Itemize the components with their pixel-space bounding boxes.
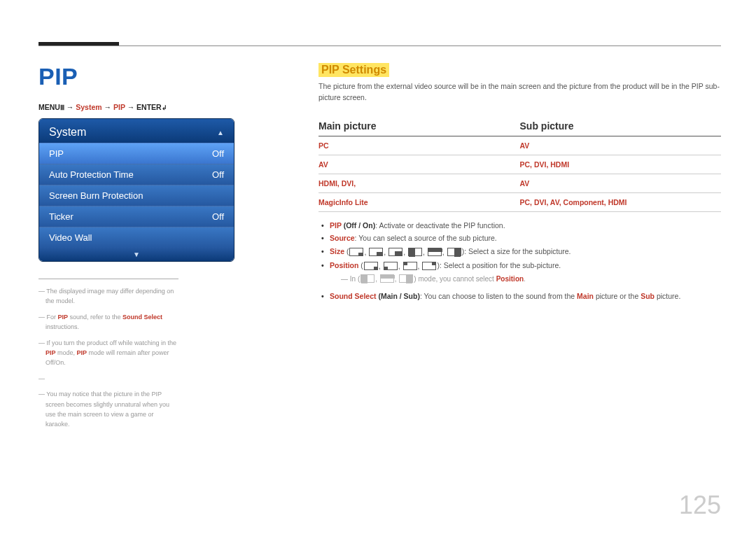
footnotes: ― The displayed image may differ dependi… bbox=[38, 279, 178, 430]
page-top-rule bbox=[38, 45, 721, 46]
table-header-sub: Sub picture bbox=[520, 116, 722, 136]
arrow-icon: → bbox=[66, 103, 74, 111]
bullet-source: Source: You can select a source of the s… bbox=[318, 232, 721, 245]
osd-title: System bbox=[49, 126, 86, 139]
table-row: MagicInfo LitePC, DVI, AV, Component, HD… bbox=[318, 192, 721, 211]
arrow-icon: → bbox=[104, 103, 112, 111]
breadcrumb-menu: MENU bbox=[38, 103, 60, 111]
breadcrumb-enter: ENTER bbox=[136, 103, 162, 111]
chevron-up-icon: ▲ bbox=[217, 129, 224, 136]
osd-label: Ticker bbox=[49, 211, 74, 222]
osd-label: Auto Protection Time bbox=[49, 169, 134, 180]
osd-value: Off bbox=[212, 148, 224, 159]
osd-label: Screen Burn Protection bbox=[49, 190, 143, 201]
footnote-3: ― If you turn the product off while watc… bbox=[38, 338, 178, 368]
table-row: HDMI, DVI,AV bbox=[318, 174, 721, 192]
chevron-down-icon: ▼ bbox=[133, 251, 140, 258]
breadcrumb-pip: PIP bbox=[113, 103, 125, 111]
position-note: ― In (, , ) mode, you cannot select Posi… bbox=[318, 274, 721, 283]
position-icons: , , , bbox=[363, 260, 438, 273]
enter-icon: ↲ bbox=[162, 104, 167, 111]
osd-menu: System ▲ PIP Off Auto Protection Time Of… bbox=[38, 118, 234, 262]
osd-value: Off bbox=[212, 169, 224, 180]
section-heading: PIP Settings bbox=[318, 63, 389, 77]
table-row: PCAV bbox=[318, 136, 721, 155]
bullet-position: Position ( , , , ): Select a position fo… bbox=[318, 259, 721, 273]
table-row: AVPC, DVI, HDMI bbox=[318, 155, 721, 174]
osd-row-pip[interactable]: PIP Off bbox=[39, 143, 234, 164]
menu-icon: Ⅲ bbox=[60, 104, 64, 111]
page-title: PIP bbox=[38, 63, 290, 90]
bullet-sound-select: Sound Select (Main / Sub): You can choos… bbox=[318, 290, 721, 303]
footnote-2: ― For PIP sound, refer to the Sound Sele… bbox=[38, 312, 178, 332]
page-number: 125 bbox=[679, 491, 721, 520]
osd-value: Off bbox=[212, 211, 224, 222]
source-table: Main picture Sub picture PCAV AVPC, DVI,… bbox=[318, 116, 721, 212]
bullet-pip: PIP (Off / On): Activate or deactivate t… bbox=[318, 219, 721, 232]
osd-footer: ▼ bbox=[39, 248, 234, 261]
breadcrumb: MENUⅢ → System → PIP → ENTER↲ bbox=[38, 103, 290, 111]
footnote-1: ― The displayed image may differ dependi… bbox=[38, 286, 178, 307]
intro-text: The picture from the external video sour… bbox=[318, 81, 721, 104]
osd-row-ticker[interactable]: Ticker Off bbox=[39, 206, 234, 227]
bullet-list: PIP (Off / On): Activate or deactivate t… bbox=[318, 219, 721, 273]
bullet-list-2: Sound Select (Main / Sub): You can choos… bbox=[318, 290, 721, 303]
osd-row-auto-protection[interactable]: Auto Protection Time Off bbox=[39, 164, 234, 185]
footnote-5: ― You may notice that the picture in the… bbox=[38, 389, 178, 430]
size-icons: , , , , , bbox=[349, 246, 461, 259]
arrow-icon: → bbox=[127, 103, 135, 111]
bullet-size: Size ( , , , , , ): Select a size for th… bbox=[318, 245, 721, 259]
osd-label: PIP bbox=[49, 148, 64, 159]
footnote-4: ― bbox=[38, 374, 178, 384]
page-top-rule-bold bbox=[38, 42, 119, 45]
osd-row-screen-burn[interactable]: Screen Burn Protection bbox=[39, 185, 234, 206]
osd-row-video-wall[interactable]: Video Wall bbox=[39, 227, 234, 248]
osd-label: Video Wall bbox=[49, 232, 92, 243]
table-header-main: Main picture bbox=[318, 116, 520, 136]
osd-header: System ▲ bbox=[39, 119, 234, 143]
breadcrumb-system: System bbox=[76, 103, 102, 111]
